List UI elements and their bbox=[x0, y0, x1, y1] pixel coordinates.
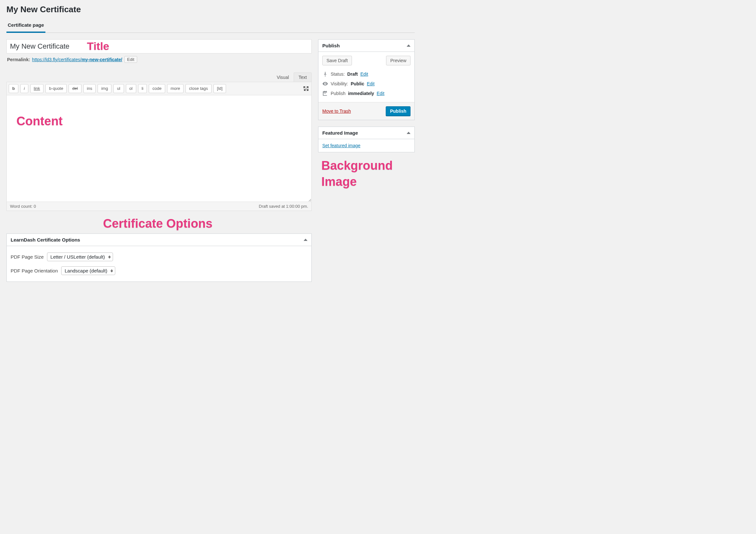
quicktags-toolbar: b i link b-quote del ins img ul ol li co… bbox=[7, 82, 311, 95]
callout-cert-options: Certificate Options bbox=[103, 217, 212, 231]
callout-bg-line2: Image bbox=[321, 175, 357, 189]
publish-on-value: immediately bbox=[348, 91, 374, 96]
permalink-edit-button[interactable]: Edit bbox=[124, 56, 137, 63]
calendar-icon bbox=[322, 91, 328, 96]
featured-image-title: Featured Image bbox=[322, 130, 358, 136]
qt-ol-button[interactable]: ol bbox=[126, 84, 136, 93]
visibility-label: Visibility: bbox=[331, 81, 348, 86]
permalink-row: Permalink: https://ld3.fly/certificates/… bbox=[7, 56, 311, 63]
qt-ld-button[interactable]: [ld] bbox=[213, 84, 226, 93]
word-count: Word count: 0 bbox=[10, 204, 36, 209]
featured-image-toggle[interactable] bbox=[407, 132, 411, 134]
status-label: Status: bbox=[331, 71, 345, 77]
publish-title: Publish bbox=[322, 43, 340, 48]
status-value: Draft bbox=[347, 71, 358, 77]
qt-code-button[interactable]: code bbox=[149, 84, 165, 93]
tab-certificate-page[interactable]: Certificate page bbox=[7, 20, 45, 33]
visibility-edit-link[interactable]: Edit bbox=[367, 81, 374, 86]
pin-icon bbox=[322, 71, 328, 77]
certificate-options-toggle[interactable] bbox=[304, 239, 308, 241]
draft-saved-text: Draft saved at 1:00:00 pm. bbox=[259, 204, 308, 209]
qt-li-button[interactable]: li bbox=[138, 84, 147, 93]
editor-tab-visual[interactable]: Visual bbox=[272, 72, 294, 82]
pdf-orientation-label: PDF Page Orientation bbox=[11, 268, 58, 273]
visibility-value: Public bbox=[351, 81, 364, 86]
select-arrows-icon bbox=[108, 255, 111, 258]
certificate-options-title: LearnDash Certificate Options bbox=[11, 237, 80, 242]
qt-ins-button[interactable]: ins bbox=[83, 84, 96, 93]
qt-closetags-button[interactable]: close tags bbox=[185, 84, 211, 93]
pdf-page-size-label: PDF Page Size bbox=[11, 254, 44, 260]
qt-ul-button[interactable]: ul bbox=[113, 84, 123, 93]
publish-on-edit-link[interactable]: Edit bbox=[377, 91, 385, 96]
publish-on-label: Publish bbox=[331, 91, 345, 96]
status-edit-link[interactable]: Edit bbox=[360, 71, 368, 77]
move-to-trash-link[interactable]: Move to Trash bbox=[322, 108, 351, 114]
pdf-orientation-select[interactable]: Landscape (default) bbox=[61, 267, 116, 275]
publish-box: Publish Save Draft Preview Status: Draft… bbox=[318, 39, 415, 120]
qt-img-button[interactable]: img bbox=[97, 84, 111, 93]
certificate-options-box: LearnDash Certificate Options PDF Page S… bbox=[7, 234, 312, 282]
qt-italic-button[interactable]: i bbox=[20, 84, 28, 93]
select-arrows-icon bbox=[110, 269, 113, 272]
publish-toggle[interactable] bbox=[407, 44, 411, 47]
page-title: My New Certificate bbox=[7, 5, 415, 14]
editor-tab-text[interactable]: Text bbox=[294, 72, 312, 82]
content-editor[interactable] bbox=[7, 95, 311, 202]
qt-del-button[interactable]: del bbox=[68, 84, 81, 93]
fullscreen-icon[interactable] bbox=[303, 85, 310, 92]
preview-button[interactable]: Preview bbox=[386, 56, 411, 65]
title-input[interactable] bbox=[7, 39, 312, 53]
qt-more-button[interactable]: more bbox=[167, 84, 184, 93]
eye-icon bbox=[322, 81, 328, 87]
pdf-page-size-select[interactable]: Letter / USLetter (default) bbox=[47, 253, 113, 261]
tab-bar: Certificate page bbox=[7, 20, 415, 33]
featured-image-box: Featured Image Set featured image bbox=[318, 126, 415, 152]
callout-bg-line1: Background bbox=[321, 159, 393, 173]
qt-bquote-button[interactable]: b-quote bbox=[45, 84, 67, 93]
publish-button[interactable]: Publish bbox=[386, 106, 411, 116]
permalink-link[interactable]: https://ld3.fly/certificates/my-new-cert… bbox=[32, 57, 122, 62]
set-featured-image-link[interactable]: Set featured image bbox=[322, 143, 360, 148]
qt-bold-button[interactable]: b bbox=[9, 84, 18, 93]
qt-link-button[interactable]: link bbox=[30, 84, 44, 93]
save-draft-button[interactable]: Save Draft bbox=[322, 56, 352, 65]
permalink-label: Permalink: bbox=[7, 57, 30, 62]
